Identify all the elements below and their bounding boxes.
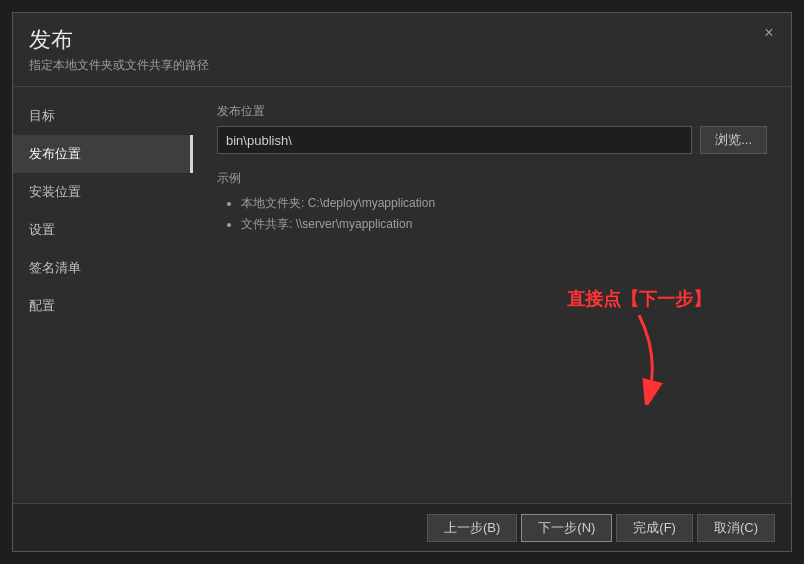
input-row: 浏览... [217,126,767,154]
examples-label: 示例 [217,170,767,187]
title-bar: 发布 指定本地文件夹或文件共享的路径 × [13,13,791,78]
example-share: 文件共享: \\server\myapplication [241,216,767,233]
sidebar-label-signing: 签名清单 [29,260,81,275]
sidebar-item-publish-location[interactable]: 发布位置 [13,135,193,173]
sidebar-item-signing[interactable]: 签名清单 [13,249,193,287]
sidebar: 目标 发布位置 安装位置 设置 签名清单 配置 [13,87,193,503]
title-section: 发布 指定本地文件夹或文件共享的路径 [29,25,209,74]
example-local: 本地文件夹: C:\deploy\myapplication [241,195,767,212]
next-button[interactable]: 下一步(N) [521,514,612,542]
dialog-subtitle: 指定本地文件夹或文件共享的路径 [29,57,209,74]
main-panel: 发布位置 浏览... 示例 本地文件夹: C:\deploy\myapplica… [193,87,791,503]
sidebar-label-publish-location: 发布位置 [29,146,81,161]
sidebar-label-config: 配置 [29,298,55,313]
annotation: 直接点【下一步】 [567,287,711,405]
prev-button[interactable]: 上一步(B) [427,514,517,542]
finish-button[interactable]: 完成(F) [616,514,693,542]
sidebar-label-settings: 设置 [29,222,55,237]
sidebar-item-settings[interactable]: 设置 [13,211,193,249]
sidebar-item-config[interactable]: 配置 [13,287,193,325]
sidebar-item-install-location[interactable]: 安装位置 [13,173,193,211]
arrow-icon [609,315,669,405]
examples-section: 示例 本地文件夹: C:\deploy\myapplication 文件共享: … [217,170,767,233]
cancel-button[interactable]: 取消(C) [697,514,775,542]
sidebar-label-target: 目标 [29,108,55,123]
content-area: 目标 发布位置 安装位置 设置 签名清单 配置 发布位置 浏览... [13,87,791,503]
publish-dialog: 发布 指定本地文件夹或文件共享的路径 × 目标 发布位置 安装位置 设置 签名清… [12,12,792,552]
footer: 上一步(B) 下一步(N) 完成(F) 取消(C) [13,503,791,551]
sidebar-item-target[interactable]: 目标 [13,97,193,135]
field-label: 发布位置 [217,103,767,120]
example-list: 本地文件夹: C:\deploy\myapplication 文件共享: \\s… [217,195,767,233]
dialog-title: 发布 [29,25,209,55]
sidebar-label-install-location: 安装位置 [29,184,81,199]
browse-button[interactable]: 浏览... [700,126,767,154]
close-button[interactable]: × [757,21,781,45]
path-input[interactable] [217,126,692,154]
annotation-text: 直接点【下一步】 [567,287,711,311]
